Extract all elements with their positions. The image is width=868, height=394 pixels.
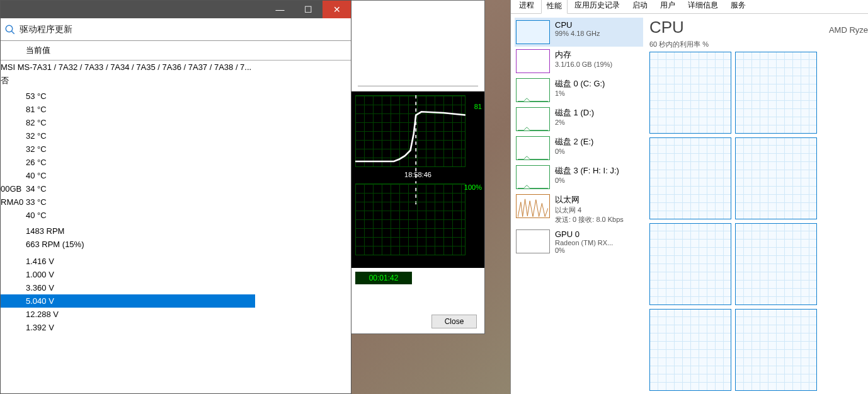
sensor-row[interactable]: 82 °C xyxy=(1,116,351,129)
chart-2: 100% xyxy=(351,180,484,268)
sensor-row[interactable]: 81 °C xyxy=(1,103,351,116)
tab-详细信息[interactable]: 详细信息 xyxy=(682,0,724,13)
chart1-time: 18:58:46 xyxy=(404,171,431,178)
core-chart xyxy=(649,223,731,305)
sensor-row[interactable]: 1.416 V xyxy=(1,255,351,268)
core-chart xyxy=(735,223,817,305)
bench-window: 81 18:58:46 100% 00:01:42 Close xyxy=(351,0,485,334)
sidebar-item[interactable]: CPU99% 4.18 GHz xyxy=(515,18,643,47)
chart2-value: 100% xyxy=(464,183,482,191)
sensor-row[interactable]: 12.288 V xyxy=(1,308,351,321)
sensor-row[interactable]: 1483 RPM xyxy=(1,224,351,238)
core-chart xyxy=(649,137,731,219)
cpu-title: CPU xyxy=(649,18,684,37)
titlebar: — ☐ ✕ xyxy=(1,1,351,18)
chart-1: 81 18:58:46 xyxy=(351,91,484,180)
sensor-list[interactable]: MSI MS-7A31 / 7A32 / 7A33 / 7A34 / 7A35 … xyxy=(1,61,351,334)
sidebar-item[interactable]: GPU 0Radeon (TM) RX...0% xyxy=(515,227,643,257)
close-dialog-button[interactable]: Close xyxy=(431,315,477,328)
cpu-model: AMD Ryze xyxy=(829,25,868,35)
close-button[interactable]: ✕ xyxy=(323,1,351,18)
column-header: 当前值 xyxy=(1,41,351,61)
sidebar-item[interactable]: 磁盘 3 (F: H: I: J:)0% xyxy=(515,163,643,192)
cpu-subtitle: 60 秒内的利用率 % xyxy=(649,40,868,49)
sidebar-item[interactable]: 磁盘 0 (C: G:)1% xyxy=(515,76,643,105)
search-icon xyxy=(4,24,16,35)
cpu-panel: CPU AMD Ryze 60 秒内的利用率 % 利用率99% 速度4.18 G… xyxy=(643,14,868,394)
sensor-row[interactable]: 否 xyxy=(1,74,351,87)
core-grid xyxy=(649,52,868,394)
sensor-row[interactable]: 53 °C xyxy=(1,90,351,103)
sensor-row[interactable]: 1.000 V xyxy=(1,268,351,281)
sensor-row[interactable]: 3.360 V xyxy=(1,281,351,294)
core-chart xyxy=(735,309,817,391)
tab-性能[interactable]: 性能 xyxy=(541,0,568,14)
minimize-button[interactable]: — xyxy=(266,1,294,18)
search-label: 驱动程序更新 xyxy=(20,24,72,35)
chart1-value: 81 xyxy=(474,103,482,110)
sensor-row[interactable]: 1.392 V xyxy=(1,321,351,334)
tm-tabs: 进程性能应用历史记录启动用户详细信息服务 xyxy=(511,0,868,14)
hwmonitor-window: — ☐ ✕ 驱动程序更新 当前值 MSI MS-7A31 / 7A32 / 7A… xyxy=(0,0,351,394)
sensor-row[interactable]: 40 °C xyxy=(1,169,351,182)
sidebar-item[interactable]: 内存3.1/16.0 GB (19%) xyxy=(515,47,643,76)
sensor-row[interactable]: MSI MS-7A31 / 7A32 / 7A33 / 7A34 / 7A35 … xyxy=(1,61,351,74)
core-chart xyxy=(649,52,731,134)
core-chart xyxy=(735,52,817,134)
maximize-button[interactable]: ☐ xyxy=(294,1,323,18)
sidebar-item[interactable]: 磁盘 1 (D:)2% xyxy=(515,105,643,134)
tab-启动[interactable]: 启动 xyxy=(627,0,653,13)
mid-blank xyxy=(358,4,478,86)
sidebar-item[interactable]: 磁盘 2 (E:)0% xyxy=(515,134,643,163)
tab-用户[interactable]: 用户 xyxy=(654,0,681,13)
svg-line-1 xyxy=(11,31,14,34)
tab-进程[interactable]: 进程 xyxy=(513,0,540,13)
svg-point-0 xyxy=(6,25,13,32)
search-row[interactable]: 驱动程序更新 xyxy=(1,18,351,41)
chart-area: 81 18:58:46 100% xyxy=(351,91,484,268)
sensor-row[interactable]: 5.040 V xyxy=(1,294,255,308)
tab-服务[interactable]: 服务 xyxy=(725,0,751,13)
core-chart xyxy=(649,309,731,391)
core-chart xyxy=(735,137,817,219)
sensor-row[interactable]: RMA033 °C xyxy=(1,195,351,209)
sensor-row[interactable]: 32 °C xyxy=(1,142,351,156)
task-manager: 进程性能应用历史记录启动用户详细信息服务 CPU99% 4.18 GHz内存3.… xyxy=(510,0,868,394)
sensor-row[interactable]: 26 °C xyxy=(1,156,351,169)
sensor-row[interactable]: 663 RPM (15%) xyxy=(1,238,351,251)
timer: 00:01:42 xyxy=(355,272,412,284)
sensor-row[interactable]: 40 °C xyxy=(1,209,351,222)
sensor-row[interactable]: 32 °C xyxy=(1,129,351,142)
tm-sidebar: CPU99% 4.18 GHz内存3.1/16.0 GB (19%)磁盘 0 (… xyxy=(511,14,643,394)
sensor-row[interactable]: 00GB34 °C xyxy=(1,182,351,195)
tab-应用历史记录[interactable]: 应用历史记录 xyxy=(569,0,625,13)
sidebar-item[interactable]: 以太网以太网 4发送: 0 接收: 8.0 Kbps xyxy=(515,192,643,227)
